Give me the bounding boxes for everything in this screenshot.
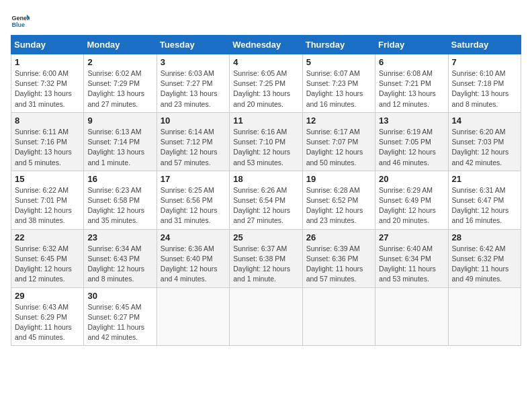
day-number: 21 — [452, 174, 517, 184]
day-number: 14 — [452, 116, 517, 126]
day-number: 8 — [15, 116, 80, 126]
day-info: Sunrise: 6:08 AM Sunset: 7:21 PM Dayligh… — [379, 68, 444, 109]
calendar-cell: 22Sunrise: 6:32 AM Sunset: 6:45 PM Dayli… — [11, 229, 84, 287]
calendar-cell — [302, 287, 375, 346]
calendar-header-row: SundayMondayTuesdayWednesdayThursdayFrid… — [11, 36, 521, 54]
calendar-cell: 21Sunrise: 6:31 AM Sunset: 6:47 PM Dayli… — [448, 171, 521, 229]
page-header: General Blue — [11, 11, 521, 30]
day-info: Sunrise: 6:14 AM Sunset: 7:12 PM Dayligh… — [161, 127, 226, 168]
day-info: Sunrise: 6:22 AM Sunset: 7:01 PM Dayligh… — [15, 185, 80, 226]
day-info: Sunrise: 6:37 AM Sunset: 6:38 PM Dayligh… — [233, 244, 298, 285]
calendar-cell: 11Sunrise: 6:16 AM Sunset: 7:10 PM Dayli… — [230, 112, 302, 171]
day-info: Sunrise: 6:31 AM Sunset: 6:47 PM Dayligh… — [452, 185, 517, 226]
calendar-cell: 18Sunrise: 6:26 AM Sunset: 6:54 PM Dayli… — [230, 171, 302, 229]
svg-text:Blue: Blue — [11, 21, 25, 28]
calendar-table: SundayMondayTuesdayWednesdayThursdayFrid… — [11, 35, 521, 346]
calendar-cell: 5Sunrise: 6:07 AM Sunset: 7:23 PM Daylig… — [302, 54, 375, 113]
day-number: 12 — [306, 116, 371, 126]
day-info: Sunrise: 6:29 AM Sunset: 6:49 PM Dayligh… — [379, 185, 444, 226]
day-info: Sunrise: 6:10 AM Sunset: 7:18 PM Dayligh… — [452, 68, 517, 109]
calendar-week-row: 1Sunrise: 6:00 AM Sunset: 7:32 PM Daylig… — [11, 54, 521, 113]
calendar-cell: 3Sunrise: 6:03 AM Sunset: 7:27 PM Daylig… — [157, 54, 229, 113]
day-info: Sunrise: 6:20 AM Sunset: 7:03 PM Dayligh… — [452, 127, 517, 168]
day-number: 22 — [15, 232, 80, 242]
calendar-cell: 13Sunrise: 6:19 AM Sunset: 7:05 PM Dayli… — [375, 112, 448, 171]
column-header-wednesday: Wednesday — [230, 36, 302, 54]
day-number: 9 — [87, 116, 152, 126]
day-info: Sunrise: 6:25 AM Sunset: 6:56 PM Dayligh… — [161, 185, 226, 226]
calendar-cell: 27Sunrise: 6:40 AM Sunset: 6:34 PM Dayli… — [375, 229, 448, 287]
calendar-cell: 16Sunrise: 6:23 AM Sunset: 6:58 PM Dayli… — [84, 171, 157, 229]
day-number: 20 — [379, 174, 444, 184]
calendar-cell: 28Sunrise: 6:42 AM Sunset: 6:32 PM Dayli… — [448, 229, 521, 287]
calendar-cell: 19Sunrise: 6:28 AM Sunset: 6:52 PM Dayli… — [302, 171, 375, 229]
column-header-sunday: Sunday — [11, 36, 84, 54]
day-info: Sunrise: 6:02 AM Sunset: 7:29 PM Dayligh… — [87, 68, 152, 109]
day-number: 18 — [233, 174, 298, 184]
calendar-week-row: 22Sunrise: 6:32 AM Sunset: 6:45 PM Dayli… — [11, 229, 521, 287]
day-number: 28 — [452, 232, 517, 242]
day-number: 7 — [452, 57, 517, 67]
logo-icon: General Blue — [11, 11, 30, 30]
column-header-thursday: Thursday — [302, 36, 375, 54]
day-info: Sunrise: 6:42 AM Sunset: 6:32 PM Dayligh… — [452, 244, 517, 285]
calendar-cell: 24Sunrise: 6:36 AM Sunset: 6:40 PM Dayli… — [157, 229, 229, 287]
day-info: Sunrise: 6:28 AM Sunset: 6:52 PM Dayligh… — [306, 185, 371, 226]
day-number: 24 — [161, 232, 226, 242]
day-info: Sunrise: 6:17 AM Sunset: 7:07 PM Dayligh… — [306, 127, 371, 168]
day-info: Sunrise: 6:16 AM Sunset: 7:10 PM Dayligh… — [233, 127, 298, 168]
calendar-week-row: 8Sunrise: 6:11 AM Sunset: 7:16 PM Daylig… — [11, 112, 521, 171]
day-number: 25 — [233, 232, 298, 242]
logo: General Blue — [11, 11, 31, 30]
day-number: 2 — [87, 57, 152, 67]
day-number: 5 — [306, 57, 371, 67]
calendar-cell: 20Sunrise: 6:29 AM Sunset: 6:49 PM Dayli… — [375, 171, 448, 229]
day-info: Sunrise: 6:19 AM Sunset: 7:05 PM Dayligh… — [379, 127, 444, 168]
calendar-cell — [375, 287, 448, 346]
calendar-cell: 8Sunrise: 6:11 AM Sunset: 7:16 PM Daylig… — [11, 112, 84, 171]
calendar-cell: 25Sunrise: 6:37 AM Sunset: 6:38 PM Dayli… — [230, 229, 302, 287]
calendar-cell: 2Sunrise: 6:02 AM Sunset: 7:29 PM Daylig… — [84, 54, 157, 113]
column-header-saturday: Saturday — [448, 36, 521, 54]
day-info: Sunrise: 6:11 AM Sunset: 7:16 PM Dayligh… — [15, 127, 80, 168]
calendar-cell: 29Sunrise: 6:43 AM Sunset: 6:29 PM Dayli… — [11, 287, 84, 346]
day-number: 30 — [87, 291, 152, 301]
calendar-cell — [157, 287, 229, 346]
calendar-cell — [230, 287, 302, 346]
day-number: 3 — [161, 57, 226, 67]
day-info: Sunrise: 6:40 AM Sunset: 6:34 PM Dayligh… — [379, 244, 444, 285]
calendar-cell: 23Sunrise: 6:34 AM Sunset: 6:43 PM Dayli… — [84, 229, 157, 287]
calendar-cell: 10Sunrise: 6:14 AM Sunset: 7:12 PM Dayli… — [157, 112, 229, 171]
day-number: 26 — [306, 232, 371, 242]
calendar-cell: 12Sunrise: 6:17 AM Sunset: 7:07 PM Dayli… — [302, 112, 375, 171]
column-header-tuesday: Tuesday — [157, 36, 229, 54]
day-number: 4 — [233, 57, 298, 67]
day-info: Sunrise: 6:43 AM Sunset: 6:29 PM Dayligh… — [15, 302, 80, 343]
calendar-cell: 7Sunrise: 6:10 AM Sunset: 7:18 PM Daylig… — [448, 54, 521, 113]
day-number: 23 — [87, 232, 152, 242]
calendar-cell: 15Sunrise: 6:22 AM Sunset: 7:01 PM Dayli… — [11, 171, 84, 229]
day-info: Sunrise: 6:23 AM Sunset: 6:58 PM Dayligh… — [87, 185, 152, 226]
day-info: Sunrise: 6:39 AM Sunset: 6:36 PM Dayligh… — [306, 244, 371, 285]
day-info: Sunrise: 6:00 AM Sunset: 7:32 PM Dayligh… — [15, 68, 80, 109]
calendar-week-row: 15Sunrise: 6:22 AM Sunset: 7:01 PM Dayli… — [11, 171, 521, 229]
column-header-monday: Monday — [84, 36, 157, 54]
calendar-week-row: 29Sunrise: 6:43 AM Sunset: 6:29 PM Dayli… — [11, 287, 521, 346]
day-info: Sunrise: 6:03 AM Sunset: 7:27 PM Dayligh… — [161, 68, 226, 109]
calendar-cell — [448, 287, 521, 346]
day-number: 17 — [161, 174, 226, 184]
day-info: Sunrise: 6:45 AM Sunset: 6:27 PM Dayligh… — [87, 302, 152, 343]
calendar-cell: 6Sunrise: 6:08 AM Sunset: 7:21 PM Daylig… — [375, 54, 448, 113]
calendar-cell: 26Sunrise: 6:39 AM Sunset: 6:36 PM Dayli… — [302, 229, 375, 287]
day-info: Sunrise: 6:34 AM Sunset: 6:43 PM Dayligh… — [87, 244, 152, 285]
day-number: 15 — [15, 174, 80, 184]
calendar-cell: 14Sunrise: 6:20 AM Sunset: 7:03 PM Dayli… — [448, 112, 521, 171]
day-info: Sunrise: 6:26 AM Sunset: 6:54 PM Dayligh… — [233, 185, 298, 226]
day-number: 19 — [306, 174, 371, 184]
day-number: 27 — [379, 232, 444, 242]
calendar-cell: 1Sunrise: 6:00 AM Sunset: 7:32 PM Daylig… — [11, 54, 84, 113]
calendar-cell: 9Sunrise: 6:13 AM Sunset: 7:14 PM Daylig… — [84, 112, 157, 171]
column-header-friday: Friday — [375, 36, 448, 54]
day-number: 29 — [15, 291, 80, 301]
day-number: 16 — [87, 174, 152, 184]
